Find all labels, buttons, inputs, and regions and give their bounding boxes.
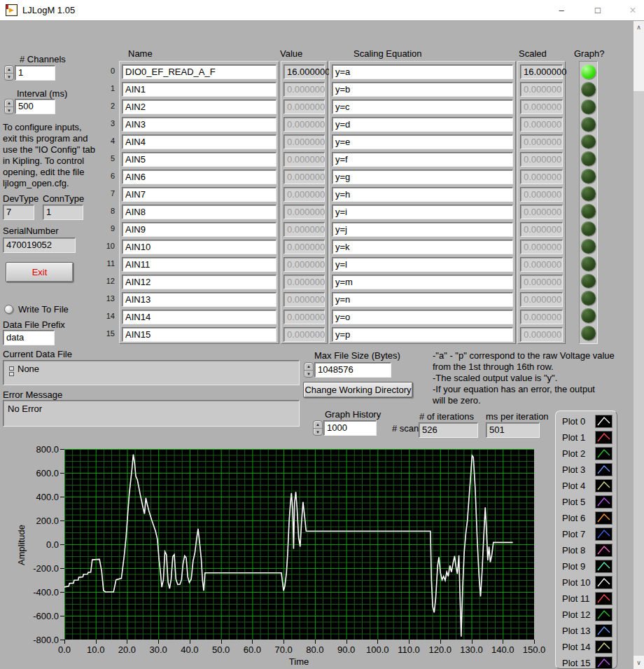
channel-name-input[interactable]: AIN7 (122, 187, 276, 202)
scaling-equation-input[interactable]: y=c (332, 99, 513, 114)
channel-name-input[interactable]: AIN15 (122, 327, 276, 342)
channel-name-input[interactable]: AIN6 (122, 170, 276, 184)
scaling-equation-input[interactable]: y=l (332, 257, 513, 272)
legend-item[interactable]: Plot 6 (556, 510, 617, 526)
channel-name-input[interactable]: AIN4 (122, 135, 276, 149)
graph-enable-led[interactable] (581, 82, 596, 97)
channel-name-input[interactable]: AIN12 (122, 275, 276, 289)
max-file-size-input[interactable]: 1048576 (314, 362, 391, 378)
graph-enable-led[interactable] (581, 186, 596, 201)
scaling-equation-input[interactable]: y=b (332, 82, 513, 97)
graph-enable-led[interactable] (581, 64, 596, 79)
scaling-equation-input[interactable]: y=j (332, 222, 513, 237)
scaling-equation-input[interactable]: y=i (332, 205, 513, 219)
scaling-equation-input[interactable]: y=h (332, 187, 513, 202)
channels-stepper[interactable]: ▲▼ (4, 65, 14, 81)
max-file-size-up-icon[interactable]: ▲ (304, 363, 313, 371)
legend-item[interactable]: Plot 0 (556, 413, 617, 429)
serialnumber-field[interactable]: 470019052 (3, 237, 76, 253)
graph-enable-led[interactable] (581, 204, 596, 219)
scaling-equation-input[interactable]: y=m (332, 275, 513, 289)
legend-item[interactable]: Plot 2 (556, 446, 617, 462)
interval-input[interactable]: 500 (15, 99, 55, 114)
graph-enable-led[interactable] (581, 256, 596, 271)
channel-value-field: 0.000000 (284, 82, 325, 97)
channels-up-icon[interactable]: ▲ (5, 66, 13, 74)
scaling-equation-input[interactable]: y=n (332, 292, 513, 307)
row-index: 3 (98, 116, 115, 131)
x-tick-label: 110.0 (398, 644, 420, 655)
exit-button[interactable]: Exit (6, 262, 74, 282)
scaling-equation-input[interactable]: y=p (332, 327, 513, 342)
legend-item[interactable]: Plot 8 (556, 542, 617, 558)
legend-item[interactable]: Plot 7 (556, 526, 617, 542)
scaling-equation-input[interactable]: y=a (332, 64, 513, 79)
graph-history-input[interactable]: 1000 (323, 420, 377, 436)
legend-item[interactable]: Plot 1 (556, 429, 617, 446)
legend-item[interactable]: Plot 10 (556, 574, 617, 591)
legend-item[interactable]: Plot 9 (556, 558, 617, 574)
graph-history-down-icon[interactable]: ▼ (314, 429, 322, 436)
graph-enable-led[interactable] (581, 169, 596, 184)
channel-name-input[interactable]: AIN1 (122, 82, 276, 97)
graph-enable-led[interactable] (581, 99, 596, 114)
legend-item[interactable]: Plot 5 (556, 494, 617, 510)
scaling-equation-input[interactable]: y=d (332, 117, 513, 132)
channel-name-input[interactable]: AIN10 (122, 240, 276, 254)
close-button[interactable]: × (622, 0, 644, 21)
graph-history-up-icon[interactable]: ▲ (314, 421, 322, 429)
graph-enable-led[interactable] (581, 135, 596, 149)
max-file-size-down-icon[interactable]: ▼ (304, 371, 313, 378)
data-file-prefix-input[interactable]: data (3, 330, 55, 345)
graph-enable-led[interactable] (581, 239, 596, 254)
maximize-button[interactable]: □ (587, 0, 609, 21)
channel-name-input[interactable]: AIN11 (122, 257, 276, 272)
channel-name-input[interactable]: AIN13 (122, 292, 276, 307)
scaling-equation-input[interactable]: y=e (332, 135, 513, 149)
y-tick-mark (60, 592, 64, 593)
graph-enable-led[interactable] (581, 326, 596, 340)
scroll-up-icon[interactable]: ∧ (634, 21, 644, 34)
channels-down-icon[interactable]: ▼ (5, 74, 13, 81)
legend-label: Plot 11 (556, 593, 595, 604)
graph-enable-led[interactable] (581, 151, 596, 166)
channel-name-input[interactable]: AIN14 (122, 310, 276, 324)
interval-down-icon[interactable]: ▼ (5, 107, 13, 114)
devtype-field[interactable]: 7 (3, 205, 34, 220)
legend-item[interactable]: Plot 13 (556, 623, 617, 639)
legend-item[interactable]: Plot 12 (556, 607, 617, 623)
write-to-file-radio[interactable] (4, 305, 13, 314)
scaling-equation-input[interactable]: y=o (332, 310, 513, 324)
graph-enable-led[interactable] (581, 308, 596, 323)
graph-enable-led[interactable] (581, 274, 596, 289)
minimize-button[interactable]: – (550, 0, 573, 21)
graph-enable-led[interactable] (581, 291, 596, 305)
legend-item[interactable]: Plot 3 (556, 462, 617, 478)
channels-input[interactable]: 1 (15, 65, 55, 81)
graph-enable-led[interactable] (581, 221, 596, 236)
channel-name-input[interactable]: AIN5 (122, 152, 276, 167)
channel-name-input[interactable]: AIN3 (122, 117, 276, 132)
legend-item[interactable]: Plot 14 (556, 639, 617, 655)
graph-enable-led[interactable] (581, 117, 596, 132)
channel-name-input[interactable]: DIO0_EF_READ_A_F (122, 64, 276, 79)
channel-name-input[interactable]: AIN8 (122, 205, 276, 219)
channel-name-input[interactable]: AIN9 (122, 222, 276, 237)
scaling-equation-input[interactable]: y=f (332, 152, 513, 167)
scaling-equation-input[interactable]: y=k (332, 240, 513, 254)
legend-item[interactable]: Plot 15 (556, 655, 617, 669)
conntype-field[interactable]: 1 (43, 205, 83, 220)
current-data-file-field[interactable]: None (3, 360, 300, 385)
interval-up-icon[interactable]: ▲ (5, 99, 13, 107)
legend-item[interactable]: Plot 4 (556, 478, 617, 494)
interval-stepper[interactable]: ▲▼ (4, 99, 14, 114)
max-file-size-stepper[interactable]: ▲▼ (304, 362, 314, 378)
legend-item[interactable]: Plot 11 (556, 591, 617, 607)
scroll-down-icon[interactable]: ∨ (634, 656, 644, 669)
graph-history-stepper[interactable]: ▲▼ (313, 420, 323, 436)
string-scroll-icon[interactable] (9, 366, 14, 376)
scaling-equation-input[interactable]: y=g (332, 170, 513, 184)
change-working-directory-button[interactable]: Change Working Directory (303, 382, 413, 398)
channel-name-input[interactable]: AIN2 (122, 99, 276, 114)
vertical-scrollbar[interactable]: ∧ ∨ (634, 21, 644, 669)
